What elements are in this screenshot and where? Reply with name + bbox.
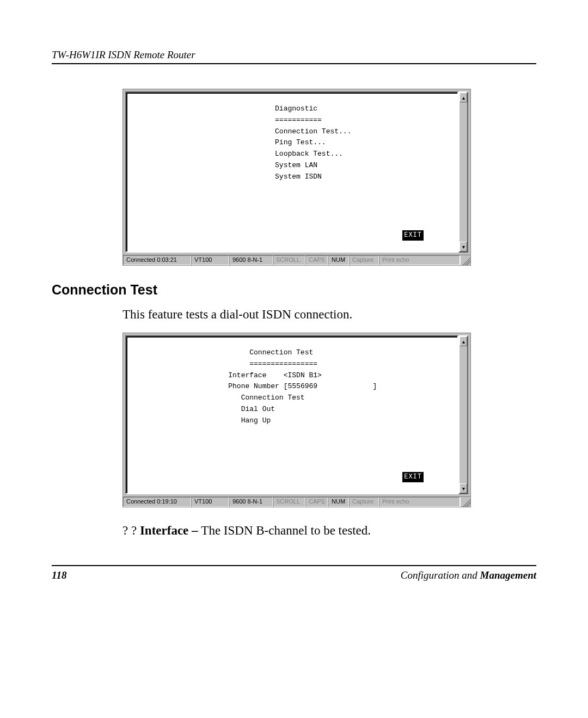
action-connection-test[interactable]: Connection Test	[241, 394, 305, 402]
status-scroll: SCROLL	[273, 255, 305, 265]
field-interface-label: Interface	[228, 371, 266, 379]
status-num: NUM	[328, 255, 349, 265]
status-terminal: VT100	[191, 255, 229, 265]
status-scroll: SCROLL	[273, 497, 305, 507]
scrollbar[interactable]: ▴ ▾	[458, 91, 468, 253]
menu-item-ping-test[interactable]: Ping Test...	[275, 138, 326, 146]
status-bar: Connected 0:03:21 VT100 9600 8-N-1 SCROL…	[123, 255, 470, 265]
terminal-content: Diagnostic =========== Connection Test..…	[126, 93, 457, 183]
action-hang-up[interactable]: Hang Up	[241, 416, 271, 425]
section-heading: Connection Test	[52, 282, 536, 298]
field-interface-value[interactable]: <ISDN B1>	[284, 371, 322, 379]
exit-button[interactable]: EXIT	[402, 472, 424, 482]
status-connected: Connected 0:03:21	[123, 255, 191, 265]
footer-rule	[52, 565, 536, 566]
field-phone-label: Phone Number	[228, 382, 279, 390]
menu-item-loopback-test[interactable]: Loopback Test...	[275, 150, 343, 158]
header-rule	[52, 63, 536, 64]
scroll-up-icon[interactable]: ▴	[460, 336, 467, 346]
status-num: NUM	[328, 497, 349, 507]
footer-section: Configuration and Management	[401, 569, 536, 581]
resize-grip-icon[interactable]	[460, 255, 470, 265]
page-footer: 118 Configuration and Management	[52, 565, 536, 581]
section-intro: This feature tests a dial-out ISDN conne…	[122, 308, 536, 322]
status-caps: CAPS	[305, 497, 328, 507]
status-port: 9600 8-N-1	[229, 497, 273, 507]
status-connected: Connected 0:19:10	[123, 497, 191, 507]
scroll-down-icon[interactable]: ▾	[460, 242, 467, 251]
terminal-content: Connection Test ================ Interfa…	[126, 336, 457, 427]
status-port: 9600 8-N-1	[229, 255, 273, 265]
status-capture: Capture	[349, 255, 379, 265]
menu-item-system-lan[interactable]: System LAN	[275, 161, 317, 169]
scrollbar[interactable]: ▴ ▾	[458, 335, 468, 494]
status-terminal: VT100	[191, 497, 229, 507]
page-number: 118	[52, 569, 66, 581]
field-phone-value[interactable]: [5556969 ]	[284, 382, 377, 390]
resize-grip-icon[interactable]	[460, 497, 470, 507]
menu-item-connection-test[interactable]: Connection Test...	[275, 127, 351, 136]
status-capture: Capture	[349, 497, 379, 507]
status-printecho: Print echo	[379, 255, 460, 265]
scroll-up-icon[interactable]: ▴	[460, 93, 467, 102]
running-header: TW-H6W1IR ISDN Remote Router	[52, 49, 536, 61]
bullet-interface: ? ? Interface – The ISDN B-channel to be…	[122, 524, 536, 538]
status-bar: Connected 0:19:10 VT100 9600 8-N-1 SCROL…	[123, 496, 470, 507]
terminal-screenshot-diagnostic: Diagnostic =========== Connection Test..…	[122, 89, 471, 266]
scroll-down-icon[interactable]: ▾	[460, 483, 467, 493]
exit-button[interactable]: EXIT	[402, 230, 424, 241]
action-dial-out[interactable]: Dial Out	[241, 405, 275, 413]
menu-item-system-isdn[interactable]: System ISDN	[275, 173, 322, 181]
status-caps: CAPS	[305, 255, 328, 265]
terminal-screenshot-connection-test: Connection Test ================ Interfa…	[122, 333, 471, 507]
status-printecho: Print echo	[379, 497, 460, 507]
